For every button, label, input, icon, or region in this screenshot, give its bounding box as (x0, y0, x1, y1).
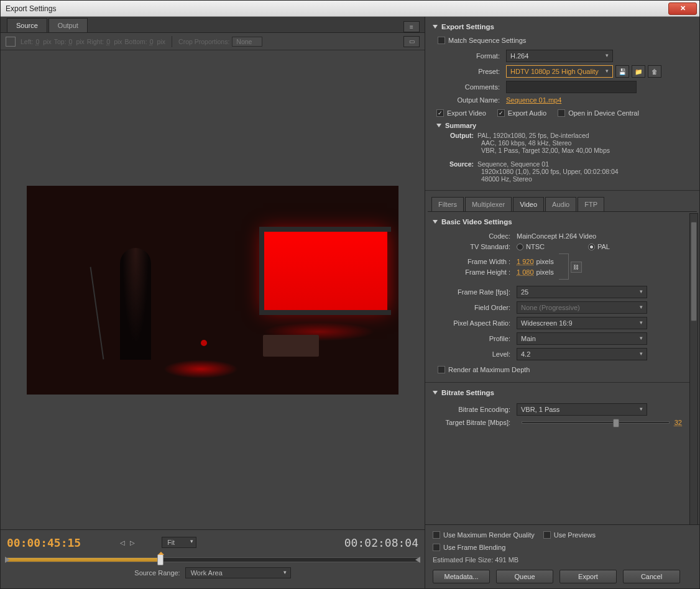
frame-height-value[interactable]: 1 080 (517, 268, 534, 276)
tab-filters[interactable]: Filters (431, 197, 464, 211)
source-range-label: Source Range: (134, 569, 180, 577)
video-preview (27, 186, 398, 395)
save-preset-icon[interactable]: 💾 (615, 65, 629, 78)
frame-width-value[interactable]: 1 920 (517, 258, 534, 265)
summary-output: Output:PAL, 1920x1080, 25 fps, De-interl… (433, 130, 692, 155)
timeline-slider[interactable] (7, 557, 418, 562)
chevron-down-icon (433, 25, 438, 29)
import-preset-icon[interactable]: 📁 (632, 65, 645, 78)
metadata-button[interactable]: Metadata... (433, 570, 490, 583)
preset-select[interactable]: HDTV 1080p 25 High Quality (506, 65, 613, 78)
bottom-bar: Use Maximum Render Quality Use Previews … (425, 524, 699, 588)
timeline: 00:00:45:15 ◁ ▷ Fit 00:02:08:04 Source R… (1, 529, 425, 588)
basic-video-header[interactable]: Basic Video Settings (433, 216, 682, 229)
target-bitrate-slider[interactable] (522, 421, 670, 424)
estimated-size: Estimated File Size: 491 MB (433, 554, 692, 566)
target-bitrate-value[interactable]: 32 (675, 419, 682, 426)
tvstd-pal-radio[interactable]: PAL (588, 243, 610, 250)
export-settings-header[interactable]: Export Settings (433, 21, 692, 34)
encoder-tabs: Filters Multiplexer Video Audio FTP (428, 196, 697, 212)
tab-ftp[interactable]: FTP (578, 197, 604, 211)
render-max-depth-checkbox[interactable]: Render at Maximum Depth (438, 366, 530, 373)
field-order-select[interactable]: None (Progressive) (517, 301, 647, 314)
tvstd-ntsc-radio[interactable]: NTSC (517, 243, 545, 250)
scrollbar[interactable] (689, 213, 698, 524)
window-title: Export Settings (6, 4, 668, 13)
settings-panel: Export Settings Match Sequence Settings … (425, 17, 699, 588)
output-preview-icon[interactable]: ▭ (403, 36, 420, 47)
out-point-icon[interactable]: ▷ (128, 538, 137, 547)
crop-icon[interactable] (6, 37, 16, 47)
profile-select[interactable]: Main (517, 332, 647, 345)
queue-button[interactable]: Queue (496, 570, 553, 583)
bitrate-encoding-select[interactable]: VBR, 1 Pass (517, 403, 647, 416)
titlebar: Export Settings ✕ (1, 1, 699, 17)
bitrate-header[interactable]: Bitrate Settings (433, 386, 682, 400)
export-video-checkbox[interactable]: Export Video (436, 109, 486, 117)
timecode-duration: 00:02:08:04 (344, 536, 418, 549)
cancel-button[interactable]: Cancel (623, 570, 680, 583)
output-name-link[interactable]: Sequence 01.mp4 (506, 96, 561, 104)
chevron-down-icon (433, 391, 438, 395)
export-settings-window: Export Settings ✕ Source Output ≡ Left: … (0, 0, 700, 589)
delete-preset-icon[interactable]: 🗑 (648, 65, 661, 78)
video-settings-scroll: Basic Video Settings Codec: MainConcept … (425, 212, 699, 524)
scrollbar-thumb[interactable] (691, 222, 697, 321)
crop-bottom-value[interactable]: 0 (150, 38, 154, 45)
aspect-link-bracket: ⛓ (559, 253, 569, 280)
source-range-select[interactable]: Work Area (185, 567, 291, 578)
tab-audio[interactable]: Audio (545, 197, 576, 211)
use-previews-checkbox[interactable]: Use Previews (543, 531, 596, 539)
use-frame-blending-checkbox[interactable]: Use Frame Blending (433, 544, 505, 551)
chevron-down-icon (436, 124, 441, 127)
use-max-quality-checkbox[interactable]: Use Maximum Render Quality (433, 531, 535, 539)
crop-right-value[interactable]: 0 (106, 38, 110, 45)
match-sequence-checkbox[interactable]: Match Sequence Settings (438, 37, 526, 44)
crop-toolbar: Left: 0 pix Top: 0 pix Right: 0 pix Bott… (1, 33, 425, 50)
out-marker[interactable] (415, 557, 420, 563)
in-point-icon[interactable]: ◁ (118, 538, 127, 547)
panel-menu-icon[interactable]: ≡ (403, 21, 420, 32)
timecode-current[interactable]: 00:00:45:15 (7, 536, 81, 549)
frame-rate-select[interactable]: 25 (517, 286, 647, 298)
crop-top-value[interactable]: 0 (69, 38, 73, 45)
level-select[interactable]: 4.2 (517, 348, 647, 360)
format-select[interactable]: H.264 (506, 50, 613, 62)
codec-value: MainConcept H.264 Video (517, 232, 596, 240)
tab-video[interactable]: Video (513, 197, 544, 211)
tab-output[interactable]: Output (48, 18, 88, 32)
export-button[interactable]: Export (560, 570, 617, 583)
summary-header[interactable]: Summary (433, 119, 692, 130)
crop-proportions-select[interactable]: None (232, 37, 262, 47)
zoom-fit-select[interactable]: Fit (162, 537, 196, 548)
preview-panel: Source Output ≡ Left: 0 pix Top: 0 pix R… (1, 17, 425, 588)
pixel-aspect-select[interactable]: Widescreen 16:9 (517, 317, 647, 329)
close-button[interactable]: ✕ (668, 2, 697, 15)
playhead[interactable] (157, 554, 163, 565)
open-device-central-checkbox[interactable]: Open in Device Central (558, 109, 639, 117)
export-audio-checkbox[interactable]: Export Audio (497, 109, 546, 117)
chevron-down-icon (433, 220, 438, 224)
link-icon[interactable]: ⛓ (571, 262, 582, 273)
comments-input[interactable] (506, 81, 637, 93)
tab-multiplexer[interactable]: Multiplexer (465, 197, 512, 211)
crop-left-value[interactable]: 0 (35, 38, 39, 45)
summary-source: Source:Sequence, Sequence 01 1920x1080 (… (433, 159, 692, 184)
tab-source[interactable]: Source (7, 18, 47, 32)
preview-viewport (1, 50, 425, 529)
